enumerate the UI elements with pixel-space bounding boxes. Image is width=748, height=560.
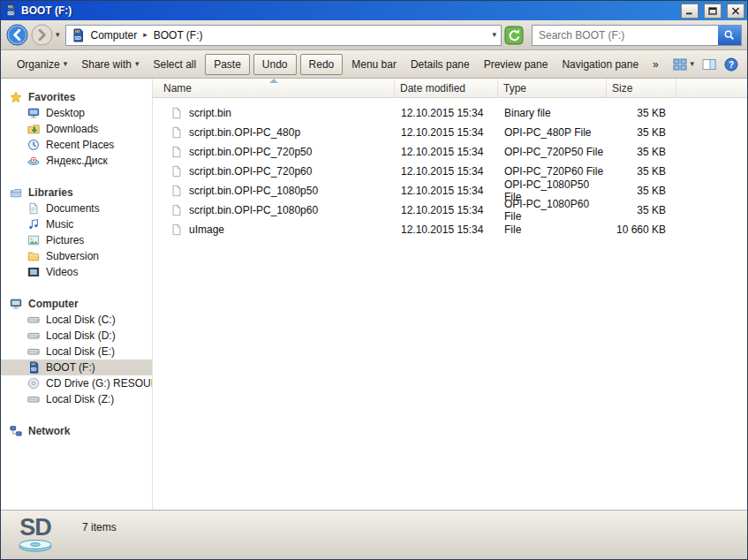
file-icon xyxy=(170,107,183,119)
help-button[interactable]: ? xyxy=(724,57,738,72)
sidebar-item-videos[interactable]: Videos xyxy=(1,264,152,280)
table-row[interactable]: uImage 12.10.2015 15:34 File 10 660 KB xyxy=(153,220,747,239)
sidebar-item-music[interactable]: Music xyxy=(1,216,152,232)
recent-pages-chevron-icon[interactable]: ▾ xyxy=(56,31,60,39)
redo-button[interactable]: Redo xyxy=(300,54,344,75)
sidebar-item-label: Local Disk (C:) xyxy=(46,314,116,326)
details-pane-toggle[interactable]: Details pane xyxy=(404,54,477,75)
file-rows: script.bin 12.10.2015 15:34 Binary file … xyxy=(153,98,747,239)
paste-button[interactable]: Paste xyxy=(205,54,250,75)
navigation-pane-toggle[interactable]: Navigation pane xyxy=(555,54,646,75)
organize-menu[interactable]: Organize ▾ xyxy=(10,54,74,75)
column-header-type[interactable]: Type xyxy=(498,79,607,97)
table-row[interactable]: script.bin.OPI-PC_720p60 12.10.2015 15:3… xyxy=(153,162,747,181)
file-name: uImage xyxy=(189,223,224,236)
sidebar-group-favorites[interactable]: Favorites xyxy=(1,89,152,105)
sidebar-group-network[interactable]: Network xyxy=(1,423,152,439)
file-size: 35 KB xyxy=(607,204,676,216)
sidebar-item-boot-f[interactable]: SD BOOT (F:) xyxy=(1,359,152,375)
sidebar-group-label: Network xyxy=(28,425,70,437)
sidebar-group-computer[interactable]: Computer xyxy=(1,296,152,312)
sidebar-item-subversion[interactable]: Subversion xyxy=(1,248,152,264)
file-icon xyxy=(170,165,183,178)
address-history-chevron-icon[interactable]: ▾ xyxy=(492,31,496,39)
pictures-icon xyxy=(27,234,40,246)
chevron-down-icon: ▾ xyxy=(135,60,140,68)
sidebar-item-label: Desktop xyxy=(46,107,85,119)
breadcrumb-separator-icon[interactable]: ▸ xyxy=(143,31,147,39)
cd-drive-icon xyxy=(27,377,40,390)
select-all-button[interactable]: Select all xyxy=(146,54,203,75)
sidebar-item-label: Яндекс.Диск xyxy=(46,155,108,167)
table-row[interactable]: script.bin.OPI-PC_480p 12.10.2015 15:34 … xyxy=(153,123,747,142)
sidebar-item-recent-places[interactable]: Recent Places xyxy=(1,137,152,153)
search-box[interactable] xyxy=(532,25,742,46)
items-count: 7 items xyxy=(82,521,117,534)
sidebar-item-label: Music xyxy=(46,218,73,231)
file-date: 12.10.2015 15:34 xyxy=(395,146,498,158)
sidebar-item-local-disk-z[interactable]: Local Disk (Z:) xyxy=(1,391,152,407)
sidebar-item-desktop[interactable]: Desktop xyxy=(1,105,152,121)
music-icon xyxy=(27,218,40,231)
sidebar-item-downloads[interactable]: Downloads xyxy=(1,121,152,137)
search-button[interactable] xyxy=(718,26,741,45)
minimize-button[interactable] xyxy=(681,4,699,19)
address-bar[interactable]: SD Computer ▸ BOOT (F:) ▾ xyxy=(65,25,502,46)
column-label: Type xyxy=(503,82,526,95)
file-name: script.bin.OPI-PC_720p50 xyxy=(189,146,312,158)
documents-icon xyxy=(27,202,40,215)
column-label: Size xyxy=(612,82,632,95)
file-icon xyxy=(170,126,183,139)
column-label: Date modified xyxy=(400,82,465,95)
sidebar-item-local-disk-c[interactable]: Local Disk (C:) xyxy=(1,312,152,328)
file-date: 12.10.2015 15:34 xyxy=(395,185,498,197)
svg-text:SD: SD xyxy=(74,34,81,40)
views-button[interactable]: ▾ xyxy=(673,57,694,72)
file-name: script.bin.OPI-PC_1080p50 xyxy=(189,185,318,197)
search-input[interactable] xyxy=(533,29,718,42)
hard-drive-icon xyxy=(27,329,40,342)
column-header-name[interactable]: Name xyxy=(153,79,395,97)
column-header-filler xyxy=(676,79,747,97)
hard-drive-icon xyxy=(27,393,40,405)
preview-pane-toggle[interactable]: Preview pane xyxy=(477,54,555,75)
sidebar-item-cd-drive-g[interactable]: CD Drive (G:) RESOURCI xyxy=(1,375,152,391)
sidebar-item-local-disk-d[interactable]: Local Disk (D:) xyxy=(1,328,152,344)
libraries-icon xyxy=(10,186,22,199)
window-title: BOOT (F:) xyxy=(21,4,676,17)
table-row[interactable]: script.bin.OPI-PC_1080p50 12.10.2015 15:… xyxy=(153,181,747,201)
share-with-menu[interactable]: Share with ▾ xyxy=(74,54,146,75)
forward-button[interactable] xyxy=(31,24,53,46)
sidebar-item-label: Documents xyxy=(46,202,100,215)
svg-text:SD: SD xyxy=(31,367,37,372)
chevron-down-icon: ▾ xyxy=(64,60,68,68)
column-header-date-modified[interactable]: Date modified xyxy=(395,79,498,97)
table-row[interactable]: script.bin.OPI-PC_1080p60 12.10.2015 15:… xyxy=(153,201,747,220)
file-type: OPI-PC_720P60 File xyxy=(498,165,607,178)
column-header-size[interactable]: Size xyxy=(607,79,676,97)
maximize-button[interactable] xyxy=(704,4,722,19)
star-icon xyxy=(10,91,22,103)
breadcrumb-computer[interactable]: Computer xyxy=(89,27,140,43)
sidebar-item-documents[interactable]: Documents xyxy=(1,201,152,216)
preview-pane-button[interactable] xyxy=(702,57,716,72)
toolbar-overflow-button[interactable]: » xyxy=(646,54,666,75)
sidebar-item-pictures[interactable]: Pictures xyxy=(1,232,152,248)
svg-text:SD: SD xyxy=(7,11,14,16)
sidebar-item-label: Downloads xyxy=(46,123,98,135)
file-size: 35 KB xyxy=(607,146,676,158)
close-button[interactable] xyxy=(727,4,744,19)
sidebar-item-local-disk-e[interactable]: Local Disk (E:) xyxy=(1,344,152,359)
sidebar-item-yandex-disk[interactable]: Яндекс.Диск xyxy=(1,153,152,169)
breadcrumb-current[interactable]: BOOT (F:) xyxy=(152,27,205,43)
sidebar-group-libraries[interactable]: Libraries xyxy=(1,185,152,201)
undo-button[interactable]: Undo xyxy=(253,54,297,75)
refresh-button[interactable] xyxy=(504,26,524,45)
toolbar-right-group: ▾ ? xyxy=(673,57,738,72)
table-row[interactable]: script.bin 12.10.2015 15:34 Binary file … xyxy=(153,103,747,123)
status-bar: SD 7 items xyxy=(1,510,747,559)
menu-bar-toggle[interactable]: Menu bar xyxy=(344,54,404,75)
back-button[interactable] xyxy=(6,24,28,46)
table-row[interactable]: script.bin.OPI-PC_720p50 12.10.2015 15:3… xyxy=(153,142,747,162)
file-date: 12.10.2015 15:34 xyxy=(395,223,498,236)
